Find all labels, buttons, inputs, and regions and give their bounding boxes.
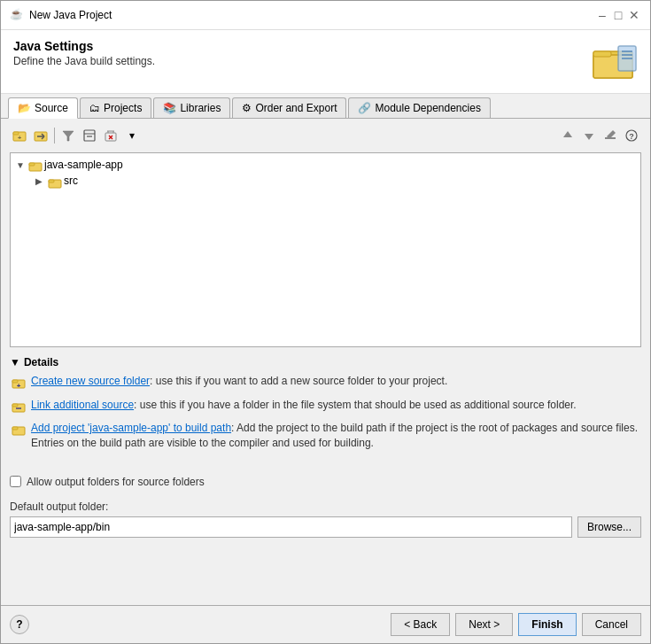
tab-module-deps-label: Module Dependencies <box>375 102 480 114</box>
detail-row-add-project: Add project 'java-sample-app' to build p… <box>12 421 641 451</box>
svg-rect-15 <box>84 130 95 141</box>
add-project-link[interactable]: Add project 'java-sample-app' to build p… <box>31 422 231 434</box>
svg-rect-31 <box>29 163 35 166</box>
link-source-button[interactable] <box>31 126 50 145</box>
header-text: Java Settings Define the Java build sett… <box>13 39 155 67</box>
order-export-tab-icon: ⚙ <box>242 102 252 114</box>
svg-marker-14 <box>63 131 74 141</box>
page-subtitle: Define the Java build settings. <box>13 55 155 67</box>
tab-bar: 📂 Source 🗂 Projects 📚 Libraries ⚙ Order … <box>1 94 650 119</box>
toolbar-separator-1 <box>54 128 55 144</box>
svg-marker-25 <box>585 134 593 140</box>
details-section: ▼ Details + Create new source folder: us… <box>10 356 641 451</box>
tree-child-src: ▶ src <box>34 173 637 189</box>
add-project-text: Add project 'java-sample-app' to build p… <box>31 421 641 451</box>
projects-tab-icon: 🗂 <box>89 102 100 114</box>
minimize-button[interactable]: – <box>595 8 609 22</box>
main-window: ☕ New Java Project – □ ✕ Java Settings D… <box>0 0 651 644</box>
tab-module-dependencies[interactable]: 🔗 Module Dependencies <box>348 97 490 118</box>
page-header: Java Settings Define the Java build sett… <box>1 30 650 94</box>
filter-button[interactable] <box>58 126 78 145</box>
allow-output-label: Allow output folders for source folders <box>27 476 205 488</box>
libraries-tab-icon: 📚 <box>163 102 176 114</box>
detail-row-create: + Create new source folder: use this if … <box>12 374 641 392</box>
tab-projects[interactable]: 🗂 Projects <box>80 97 151 118</box>
dropdown-button[interactable]: ▾ <box>122 126 142 145</box>
tree-root-item[interactable]: ▼ java-sample-app <box>14 157 637 173</box>
toolbar-right: ? <box>558 126 641 145</box>
create-source-desc: : use this if you want to add a new sour… <box>150 375 447 387</box>
root-folder-icon <box>28 158 43 172</box>
maximize-button[interactable]: □ <box>611 8 625 22</box>
src-item-label: src <box>64 175 78 187</box>
move-up-button[interactable] <box>558 126 577 145</box>
edit-button[interactable] <box>601 126 620 145</box>
window-icon: ☕ <box>10 8 24 22</box>
remove-button[interactable] <box>101 126 120 145</box>
create-source-text: Create new source folder: use this if yo… <box>31 374 447 389</box>
create-source-link[interactable]: Create new source folder <box>31 375 150 387</box>
detail-row-link: Link additional source: use this if you … <box>12 398 641 416</box>
page-title: Java Settings <box>13 39 155 53</box>
module-deps-tab-icon: 🔗 <box>358 102 371 114</box>
details-title: Details <box>24 356 58 369</box>
tree-src-item[interactable]: ▶ src <box>34 173 637 189</box>
help-footer-button[interactable]: ? <box>10 615 29 634</box>
finish-button[interactable]: Finish <box>518 613 576 636</box>
output-folder-row: Browse... <box>10 516 641 538</box>
window-title: New Java Project <box>29 9 112 21</box>
svg-rect-33 <box>49 180 54 182</box>
details-content: + Create new source folder: use this if … <box>10 374 641 451</box>
details-header[interactable]: ▼ Details <box>10 356 641 369</box>
link-source-text: Link additional source: use this if you … <box>31 398 577 413</box>
root-item-label: java-sample-app <box>44 159 123 171</box>
main-content: + ▾ <box>1 119 650 605</box>
back-button[interactable]: < Back <box>391 613 450 636</box>
title-controls: – □ ✕ <box>595 8 641 22</box>
link-source-desc: : use this if you have a folder in the f… <box>134 399 577 411</box>
src-expand-icon[interactable]: ▶ <box>35 176 46 186</box>
help-button[interactable]: ? <box>622 126 641 145</box>
svg-text:+: + <box>18 134 22 142</box>
footer-left: ? <box>10 615 29 634</box>
tab-projects-label: Projects <box>104 102 142 114</box>
src-folder-icon <box>48 174 62 188</box>
next-button[interactable]: Next > <box>455 613 513 636</box>
footer-buttons: < Back Next > Finish Cancel <box>391 613 641 636</box>
title-bar: ☕ New Java Project – □ ✕ <box>1 1 650 30</box>
tab-order-export-label: Order and Export <box>255 102 337 114</box>
tab-source-label: Source <box>35 102 68 114</box>
root-expand-icon[interactable]: ▼ <box>16 160 27 170</box>
allow-output-folders-row: Allow output folders for source folders <box>10 476 641 488</box>
svg-text:?: ? <box>629 132 634 141</box>
link-source-link[interactable]: Link additional source <box>31 399 134 411</box>
title-bar-left: ☕ New Java Project <box>10 8 112 22</box>
close-button[interactable]: ✕ <box>627 8 641 22</box>
svg-rect-2 <box>593 51 611 57</box>
details-collapse-icon: ▼ <box>10 356 20 369</box>
create-source-icon: + <box>12 375 26 392</box>
header-folder-icon <box>592 39 638 84</box>
footer: ? < Back Next > Finish Cancel <box>1 605 650 643</box>
svg-marker-24 <box>563 131 572 137</box>
tab-source[interactable]: 📂 Source <box>8 97 78 119</box>
collapse-all-button[interactable] <box>80 126 99 145</box>
source-tab-icon: 📂 <box>18 102 31 114</box>
output-folder-label: Default output folder: <box>10 500 641 513</box>
move-down-button[interactable] <box>579 126 599 145</box>
output-folder-input[interactable] <box>10 516 572 538</box>
allow-output-checkbox[interactable] <box>10 476 21 487</box>
toolbar-left: + ▾ <box>10 126 142 145</box>
svg-text:+: + <box>17 382 21 390</box>
browse-button[interactable]: Browse... <box>577 516 641 538</box>
tab-order-export[interactable]: ⚙ Order and Export <box>232 97 346 118</box>
cancel-button[interactable]: Cancel <box>582 613 641 636</box>
tab-libraries-label: Libraries <box>180 102 221 114</box>
svg-rect-41 <box>12 427 18 430</box>
source-tree[interactable]: ▼ java-sample-app ▶ <box>10 152 641 347</box>
link-source-icon <box>12 399 26 416</box>
add-source-folder-button[interactable]: + <box>10 126 29 145</box>
spacer <box>10 456 641 465</box>
toolbar: + ▾ <box>10 124 641 147</box>
tab-libraries[interactable]: 📚 Libraries <box>153 97 230 118</box>
